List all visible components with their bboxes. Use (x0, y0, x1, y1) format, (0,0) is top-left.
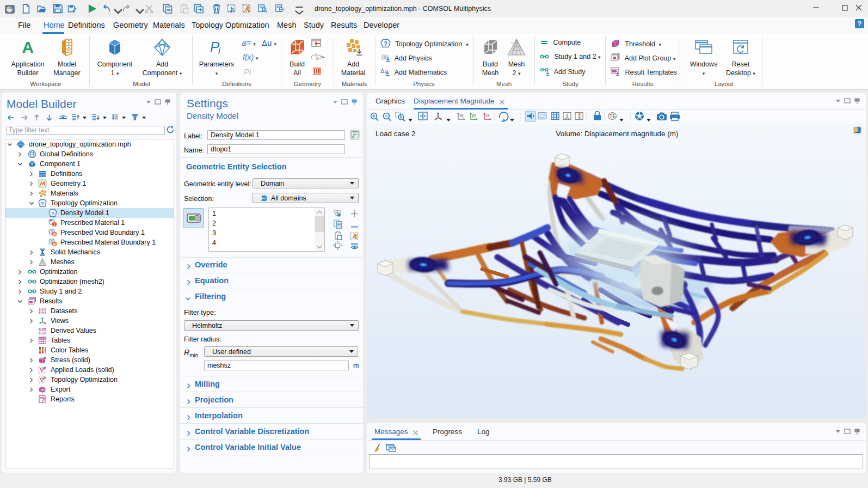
svg-text:?: ? (384, 40, 387, 47)
svg-text:?: ? (41, 200, 44, 206)
svg-text:e-12: e-12 (39, 331, 46, 335)
svg-text:?: ? (858, 20, 862, 28)
svg-text:A: A (22, 38, 34, 56)
svg-text:?: ? (51, 210, 54, 216)
svg-text:i: i (218, 45, 221, 56)
svg-text:xz: xz (485, 113, 490, 118)
svg-text:8.85: 8.85 (39, 327, 46, 331)
svg-text:xy: xy (459, 113, 464, 118)
svg-text:yz: yz (472, 113, 476, 118)
